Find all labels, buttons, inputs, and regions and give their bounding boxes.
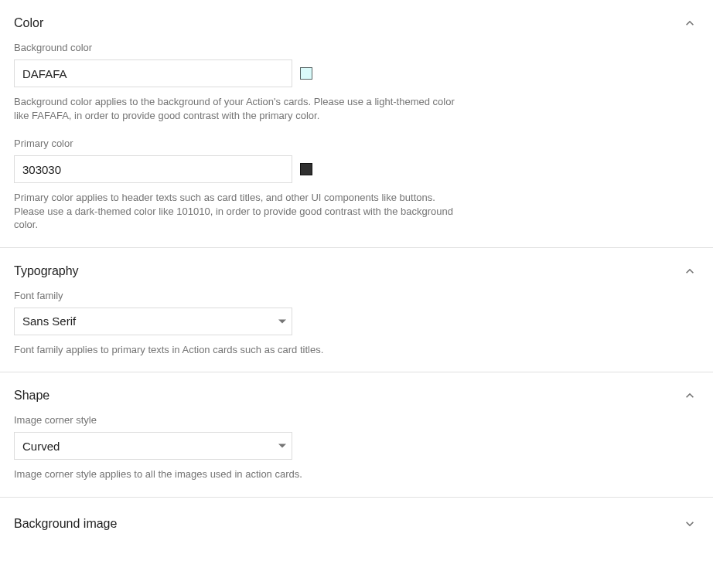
- section-color: Color Background color Background color …: [0, 0, 713, 248]
- chevron-up-icon: [681, 262, 699, 280]
- section-typography-header[interactable]: Typography: [14, 262, 699, 280]
- field-background-color: Background color Background color applie…: [14, 42, 699, 122]
- section-shape: Shape Image corner style Curved Image co…: [0, 372, 713, 498]
- section-background-image: Background image: [0, 498, 713, 549]
- help-primary-color: Primary color applies to header texts su…: [14, 191, 459, 232]
- corner-style-select-value: Curved: [14, 432, 292, 460]
- background-color-swatch[interactable]: [300, 67, 312, 80]
- field-font-family: Font family Sans Serif Font family appli…: [14, 290, 699, 357]
- section-background-image-header[interactable]: Background image: [14, 515, 699, 533]
- primary-color-input[interactable]: [14, 155, 292, 183]
- chevron-up-icon: [681, 14, 699, 32]
- help-background-color: Background color applies to the backgrou…: [14, 95, 459, 122]
- section-color-header[interactable]: Color: [14, 14, 699, 32]
- section-shape-title: Shape: [14, 389, 49, 403]
- font-family-select-value: Sans Serif: [14, 308, 292, 335]
- section-color-title: Color: [14, 16, 43, 30]
- corner-style-select[interactable]: Curved: [14, 432, 292, 460]
- section-color-body: Background color Background color applie…: [14, 42, 699, 232]
- section-typography-title: Typography: [14, 264, 79, 278]
- field-primary-color: Primary color Primary color applies to h…: [14, 138, 699, 232]
- row-background-color: [14, 59, 699, 87]
- section-shape-header[interactable]: Shape: [14, 386, 699, 405]
- chevron-down-icon: [681, 515, 699, 533]
- section-typography: Typography Font family Sans Serif Font f…: [0, 248, 713, 373]
- chevron-up-icon: [681, 386, 699, 405]
- section-background-image-title: Background image: [14, 517, 117, 531]
- field-corner-style: Image corner style Curved Image corner s…: [14, 414, 699, 481]
- help-font-family: Font family applies to primary texts in …: [14, 343, 459, 357]
- label-background-color: Background color: [14, 42, 699, 53]
- label-primary-color: Primary color: [14, 138, 699, 149]
- row-primary-color: [14, 155, 699, 183]
- font-family-select[interactable]: Sans Serif: [14, 308, 292, 335]
- background-color-input[interactable]: [14, 59, 292, 87]
- label-font-family: Font family: [14, 290, 699, 301]
- section-shape-body: Image corner style Curved Image corner s…: [14, 414, 699, 481]
- section-typography-body: Font family Sans Serif Font family appli…: [14, 290, 699, 357]
- label-corner-style: Image corner style: [14, 414, 699, 426]
- primary-color-swatch[interactable]: [300, 163, 312, 175]
- help-corner-style: Image corner style applies to all the im…: [14, 467, 459, 481]
